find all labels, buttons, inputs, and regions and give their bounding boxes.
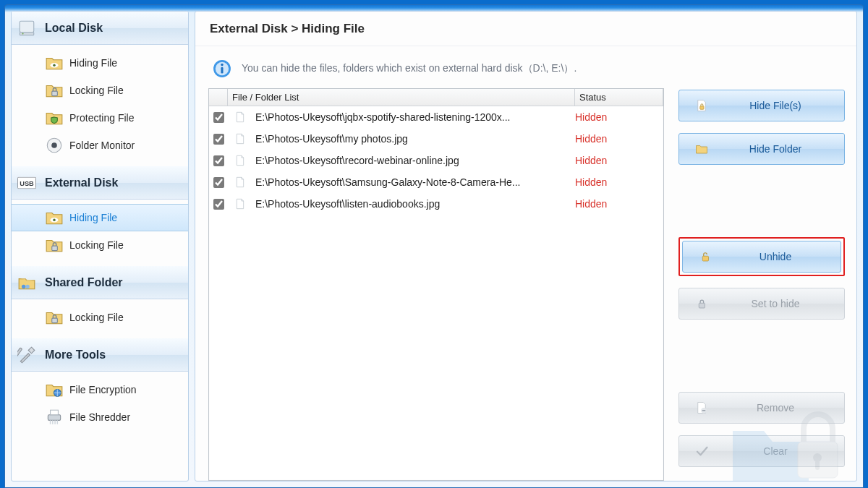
: E:\Photos-Ukeysoft\my photos.jpg [228, 129, 572, 148]
row-status: Hidden [572, 155, 663, 166]
section-label: Shared Folder [45, 276, 123, 289]
more-tools-items: File Encryption File Shredder [12, 372, 188, 438]
row-checkbox[interactable] [213, 112, 224, 123]
section-label: Local Disk [45, 22, 103, 35]
sidebar-section-external-disk[interactable]: External Disk [12, 166, 188, 200]
check-icon [692, 442, 711, 461]
banner-text: You can hide the files, folders which ex… [242, 62, 576, 75]
row-status: Hidden [572, 198, 663, 210]
sidebar-item-label: Protecting File [69, 112, 134, 124]
sidebar-item-locking-file[interactable]: Locking File [12, 77, 188, 104]
col-status[interactable]: Status [575, 89, 663, 106]
row-path: E:\Photos-Ukeysoft\record-webinar-online… [255, 155, 459, 166]
sidebar-item-label: Locking File [69, 312, 124, 323]
row-status: Hidden [572, 111, 663, 123]
unhide-highlight: Unhide [678, 237, 845, 276]
unhide-button[interactable]: Unhide [682, 241, 841, 273]
file-icon [231, 151, 250, 170]
table-header: File / Folder List Status [209, 89, 663, 106]
file-table: File / Folder List Status E:\Photos-Ukey… [208, 88, 664, 481]
sidebar-item-label: Locking File [69, 85, 124, 96]
folder-lock-icon [45, 81, 64, 100]
row-path: E:\Photos-Ukeysoft\jqbx-spotify-shared-l… [255, 111, 511, 123]
row-checkbox[interactable] [213, 134, 224, 145]
content-row: File / Folder List Status E:\Photos-Ukey… [195, 88, 856, 481]
sidebar-item-file-encryption[interactable]: File Encryption [12, 376, 188, 403]
spacer [678, 331, 845, 380]
table-body: E:\Photos-Ukeysoft\jqbx-spotify-shared-l… [209, 106, 663, 215]
row-checkbox[interactable] [213, 177, 224, 188]
file-icon [231, 173, 250, 192]
sidebar-section-local-disk[interactable]: Local Disk [12, 12, 188, 45]
row-checkbox[interactable] [213, 199, 224, 210]
sidebar-item-label: File Encryption [69, 384, 137, 395]
set-to-hide-button[interactable]: Set to hide [678, 288, 845, 320]
folder-eye-icon [45, 53, 64, 72]
file-icon [231, 129, 250, 148]
file-icon [231, 108, 250, 127]
sidebar-item-hiding-file[interactable]: Hiding File [12, 49, 188, 77]
file-minus-icon [692, 398, 711, 417]
row-checkbox-cell [209, 199, 228, 210]
sidebar: Local Disk Hiding File Locking File Prot… [11, 11, 189, 481]
section-label: External Disk [45, 176, 118, 189]
row-status: Hidden [572, 133, 663, 145]
section-label: More Tools [45, 348, 106, 361]
hide-files-button[interactable]: Hide File(s) [678, 90, 845, 121]
sidebar-section-more-tools[interactable]: More Tools [12, 338, 188, 372]
: E:\Photos-Ukeysoft\listen-audiobooks.jpg [228, 194, 572, 213]
info-banner: You can hide the files, folders which ex… [195, 46, 856, 88]
breadcrumb-text: External Disk > Hiding File [210, 22, 365, 36]
: E:\Photos-Ukeysoft\Samsung-Galaxy-Note-8… [228, 173, 572, 192]
folder-icon [692, 140, 711, 158]
table-row[interactable]: E:\Photos-Ukeysoft\Samsung-Galaxy-Note-8… [209, 171, 663, 193]
sidebar-item-folder-monitor[interactable]: Folder Monitor [12, 132, 188, 159]
: E:\Photos-Ukeysoft\record-webinar-online… [228, 151, 572, 170]
table-row[interactable]: E:\Photos-Ukeysoft\jqbx-spotify-shared-l… [209, 106, 663, 128]
table-row[interactable]: E:\Photos-Ukeysoft\record-webinar-online… [209, 150, 663, 171]
sidebar-item-shared-locking-file[interactable]: Locking File [12, 304, 188, 331]
folder-shield-icon [45, 108, 64, 127]
shared-folder-items: Locking File [12, 299, 188, 338]
clear-button[interactable]: Clear [678, 435, 845, 467]
button-label: Remove [724, 402, 844, 414]
remove-button[interactable]: Remove [678, 392, 845, 424]
button-label: Set to hide [724, 298, 844, 309]
button-label: Hide Folder [724, 143, 844, 155]
sidebar-item-locking-file-ext[interactable]: Locking File [12, 231, 188, 259]
sidebar-item-label: Hiding File [69, 212, 117, 223]
table-row[interactable]: E:\Photos-Ukeysoft\my photos.jpgHidden [209, 128, 663, 150]
sidebar-item-label: File Shredder [69, 411, 130, 423]
button-label: Clear [724, 445, 844, 457]
sidebar-item-protecting-file[interactable]: Protecting File [12, 104, 188, 132]
local-disk-items: Hiding File Locking File Protecting File… [12, 45, 188, 166]
hide-folder-button[interactable]: Hide Folder [678, 133, 845, 165]
row-checkbox[interactable] [213, 155, 224, 166]
disk-icon [17, 19, 36, 38]
usb-icon [17, 174, 36, 192]
folder-globe-icon [45, 380, 64, 399]
unlock-icon [696, 247, 715, 266]
sidebar-item-file-shredder[interactable]: File Shredder [12, 403, 188, 431]
row-path: E:\Photos-Ukeysoft\my photos.jpg [255, 133, 408, 145]
folder-lock-icon [45, 236, 64, 254]
breadcrumb: External Disk > Hiding File [195, 12, 856, 46]
sidebar-item-label: Locking File [69, 239, 124, 251]
table-row[interactable]: E:\Photos-Ukeysoft\listen-audiobooks.jpg… [209, 193, 663, 215]
col-file[interactable]: File / Folder List [228, 89, 575, 106]
button-label: Unhide [728, 251, 841, 262]
sidebar-section-shared-folder[interactable]: Shared Folder [12, 266, 188, 299]
row-checkbox-cell [209, 155, 228, 166]
sidebar-item-label: Hiding File [69, 57, 117, 69]
col-checkbox[interactable] [209, 89, 228, 106]
row-checkbox-cell [209, 112, 228, 123]
row-checkbox-cell [209, 177, 228, 188]
row-path: E:\Photos-Ukeysoft\listen-audiobooks.jpg [255, 198, 440, 210]
folder-lock-icon [45, 308, 64, 327]
monitor-dot-icon [45, 136, 64, 155]
sidebar-item-hiding-file-ext[interactable]: Hiding File [12, 204, 188, 231]
file-lock-icon [692, 96, 711, 115]
folder-eye-icon [45, 208, 64, 227]
tools-icon [17, 346, 36, 364]
sidebar-item-label: Folder Monitor [69, 140, 135, 151]
